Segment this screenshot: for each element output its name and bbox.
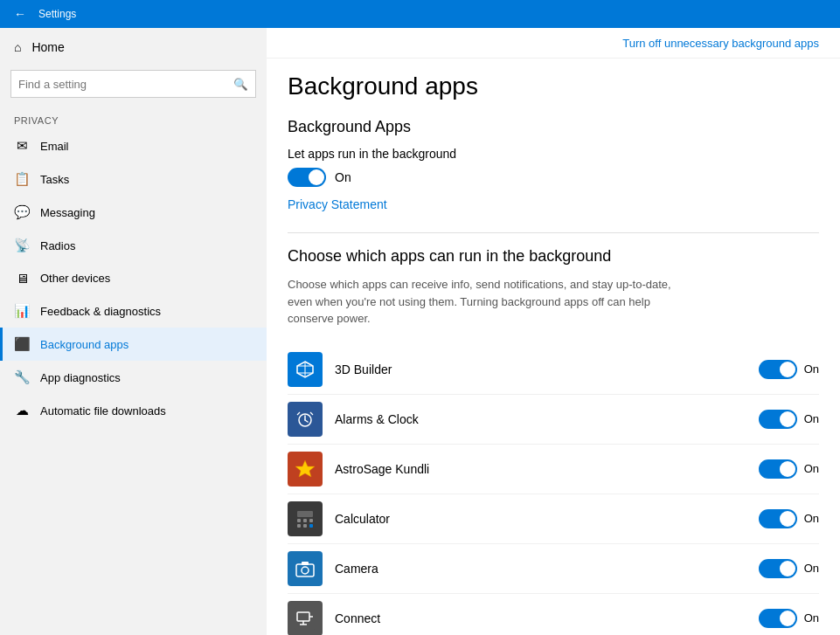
sidebar-item-label: Messaging <box>40 206 95 219</box>
app-row: 3D Builder On <box>288 345 819 395</box>
app-row: Alarms & Clock On <box>288 395 819 445</box>
svg-rect-20 <box>309 524 313 528</box>
app-row: AstroSage Kundli On <box>288 445 819 494</box>
sidebar-item-email[interactable]: ✉ Email <box>0 129 267 162</box>
app-icon-connect <box>288 601 323 636</box>
app-toggle-label-alarms: On <box>804 412 819 425</box>
app-toggle-label-astrosage: On <box>804 462 819 475</box>
app-toggle-3dbuilder[interactable] <box>759 360 797 379</box>
other-devices-icon: 🖥 <box>14 271 30 286</box>
sidebar-item-label: Tasks <box>40 173 69 186</box>
search-box[interactable]: 🔍 <box>10 70 256 98</box>
feedback-icon: 📊 <box>14 303 30 319</box>
app-toggle-area-alarms: On <box>749 410 819 429</box>
sidebar-item-label: App diagnostics <box>40 371 121 384</box>
sidebar-section-label: Privacy <box>0 108 267 129</box>
app-diagnostics-icon: 🔧 <box>14 369 30 385</box>
divider <box>288 232 819 233</box>
background-apps-toggle-label: On <box>335 170 351 184</box>
svg-rect-15 <box>297 519 301 522</box>
search-input[interactable] <box>11 78 226 91</box>
app-toggle-area-connect: On <box>749 609 819 628</box>
app-toggle-label-connect: On <box>804 611 819 625</box>
tasks-icon: 📋 <box>14 171 30 187</box>
app-name-camera: Camera <box>335 562 749 576</box>
connect-icon <box>294 607 316 630</box>
sidebar-item-auto-file-downloads[interactable]: ☁ Automatic file downloads <box>0 394 267 427</box>
app-toggle-alarms[interactable] <box>759 410 797 429</box>
search-button[interactable]: 🔍 <box>226 78 255 91</box>
sidebar-item-background-apps[interactable]: ⬛ Background apps <box>0 328 267 361</box>
svg-rect-24 <box>302 562 309 565</box>
svg-rect-14 <box>297 511 313 517</box>
app-toggle-label-calculator: On <box>804 512 819 525</box>
sidebar-item-label: Automatic file downloads <box>40 404 166 418</box>
app-toggle-label-3dbuilder: On <box>804 362 819 376</box>
content-area: Turn off unnecessary background apps Bac… <box>267 28 840 635</box>
app-toggle-astrosage[interactable] <box>759 459 797 479</box>
app-icon-camera <box>288 551 323 586</box>
app-icon-3dbuilder <box>288 352 323 387</box>
sidebar: ⌂ Home 🔍 Privacy ✉ Email 📋 Tasks 💬 Messa… <box>0 28 267 635</box>
app-name-3dbuilder: 3D Builder <box>335 362 749 376</box>
app-name-calculator: Calculator <box>335 512 749 526</box>
app-toggle-area-calculator: On <box>749 509 819 528</box>
svg-rect-18 <box>297 524 301 528</box>
back-button[interactable]: ← <box>9 5 31 23</box>
svg-rect-17 <box>309 519 313 522</box>
svg-rect-16 <box>303 519 307 522</box>
sidebar-item-messaging[interactable]: 💬 Messaging <box>0 196 267 229</box>
app-toggle-label-camera: On <box>804 562 819 575</box>
sidebar-item-label: Email <box>40 140 69 153</box>
app-row: Camera On <box>288 544 819 594</box>
background-apps-toggle-row: On <box>288 168 819 187</box>
sidebar-home-label: Home <box>31 40 64 54</box>
app-row: Calculator On <box>288 494 819 544</box>
app-toggle-camera[interactable] <box>759 559 797 578</box>
background-apps-toggle[interactable] <box>288 168 326 187</box>
home-icon: ⌂ <box>14 40 21 54</box>
sidebar-item-radios[interactable]: 📡 Radios <box>0 229 267 262</box>
content-inner: Background apps Background Apps Let apps… <box>267 59 840 635</box>
app-name-astrosage: AstroSage Kundli <box>335 462 749 476</box>
sidebar-item-label: Feedback & diagnostics <box>40 305 161 318</box>
app-name-connect: Connect <box>335 611 749 625</box>
app-toggle-area-camera: On <box>749 559 819 578</box>
app-list: 3D Builder On Alarms & Clock On <box>288 345 819 636</box>
app-toggle-area-3dbuilder: On <box>749 360 819 379</box>
main-layout: ⌂ Home 🔍 Privacy ✉ Email 📋 Tasks 💬 Messa… <box>0 28 840 635</box>
alarms-icon <box>294 408 316 431</box>
sidebar-item-label: Background apps <box>40 338 128 351</box>
app-toggle-calculator[interactable] <box>759 509 797 528</box>
radios-icon: 📡 <box>14 238 30 253</box>
sidebar-item-feedback[interactable]: 📊 Feedback & diagnostics <box>0 294 267 328</box>
section-2-heading: Choose which apps can run in the backgro… <box>288 247 819 266</box>
sidebar-item-home[interactable]: ⌂ Home <box>0 28 267 66</box>
sidebar-item-app-diagnostics[interactable]: 🔧 App diagnostics <box>0 361 267 394</box>
3dbuilder-icon <box>294 358 316 381</box>
app-name-alarms: Alarms & Clock <box>335 412 749 426</box>
email-icon: ✉ <box>14 138 30 154</box>
page-title: Background apps <box>288 72 819 100</box>
background-apps-icon: ⬛ <box>14 336 30 352</box>
description-text: Choose which apps can receive info, send… <box>288 276 690 328</box>
window-title: Settings <box>38 8 76 20</box>
sidebar-item-label: Other devices <box>40 272 110 285</box>
top-banner: Turn off unnecessary background apps <box>267 28 840 59</box>
sidebar-item-other-devices[interactable]: 🖥 Other devices <box>0 262 267 294</box>
astrosage-icon <box>294 458 316 480</box>
camera-icon <box>294 557 316 580</box>
sidebar-item-label: Radios <box>40 239 75 252</box>
calculator-icon <box>294 507 316 530</box>
app-toggle-connect[interactable] <box>759 609 797 628</box>
svg-rect-19 <box>303 524 307 528</box>
messaging-icon: 💬 <box>14 204 30 220</box>
title-bar: ← Settings <box>0 0 840 28</box>
app-row: Connect On <box>288 594 819 636</box>
privacy-statement-link[interactable]: Privacy Statement <box>288 197 819 211</box>
top-banner-link[interactable]: Turn off unnecessary background apps <box>622 37 819 50</box>
let-apps-label: Let apps run in the background <box>288 147 819 161</box>
app-toggle-area-astrosage: On <box>749 459 819 479</box>
app-icon-alarms <box>288 402 323 437</box>
sidebar-item-tasks[interactable]: 📋 Tasks <box>0 162 267 196</box>
